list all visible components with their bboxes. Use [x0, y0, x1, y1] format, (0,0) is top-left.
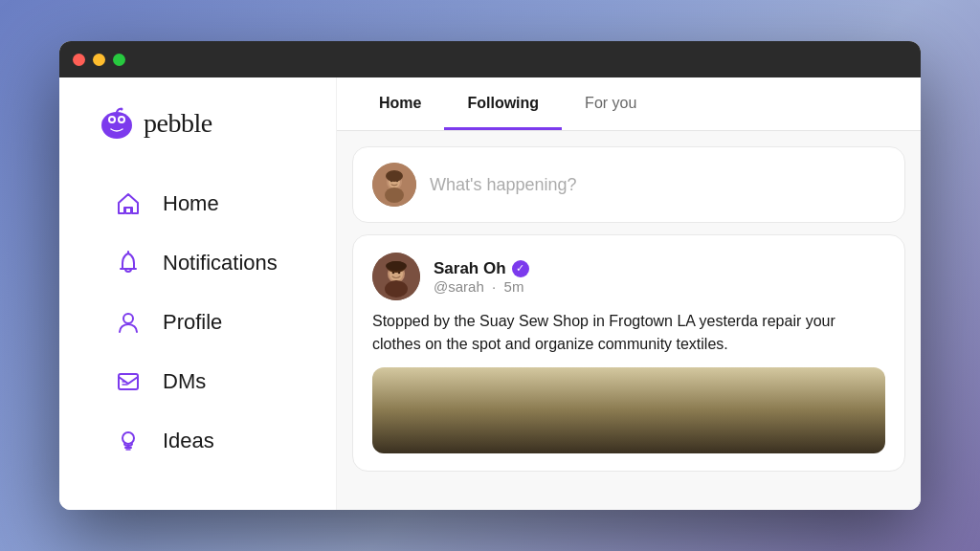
post-name-row: Sarah Oh ✓	[434, 259, 529, 278]
bell-icon	[113, 248, 144, 278]
pebble-logo-icon	[98, 104, 136, 143]
svg-rect-9	[119, 374, 138, 389]
sidebar-item-ideas[interactable]: Ideas	[98, 414, 313, 468]
mac-window: pebble Home	[59, 41, 921, 510]
tab-following[interactable]: Following	[444, 79, 562, 130]
minimize-button[interactable]	[93, 54, 105, 66]
sidebar: pebble Home	[59, 77, 337, 510]
close-button[interactable]	[73, 54, 85, 66]
feed-area: What's happening?	[337, 131, 921, 510]
logo-text: pebble	[144, 108, 212, 139]
verified-badge: ✓	[512, 260, 529, 277]
sidebar-item-home-label: Home	[163, 191, 219, 216]
sidebar-item-profile[interactable]: Profile	[98, 296, 313, 349]
tab-home[interactable]: Home	[356, 79, 444, 130]
nav-items: Home Notifications	[98, 177, 313, 468]
post-image	[372, 367, 885, 453]
post-author-name: Sarah Oh	[434, 259, 506, 278]
svg-point-4	[120, 118, 123, 121]
ideas-icon	[113, 426, 144, 456]
window-content: pebble Home	[59, 77, 921, 510]
svg-point-19	[385, 187, 404, 203]
sidebar-item-profile-label: Profile	[163, 310, 222, 335]
sidebar-item-home[interactable]: Home	[98, 177, 313, 231]
post-text: Stopped by the Suay Sew Shop in Frogtown…	[372, 310, 885, 356]
svg-point-3	[110, 118, 114, 121]
sidebar-item-notifications[interactable]: Notifications	[98, 236, 313, 290]
sidebar-item-dms-label: DMs	[163, 369, 206, 394]
post-handle: @sarah · 5m	[434, 278, 529, 295]
svg-point-0	[101, 112, 132, 139]
dm-icon	[113, 366, 144, 397]
sidebar-item-ideas-label: Ideas	[163, 429, 214, 453]
logo-area: pebble	[98, 104, 313, 143]
tabs-bar: Home Following For you	[337, 77, 921, 131]
fullscreen-button[interactable]	[113, 54, 125, 66]
profile-icon	[113, 307, 144, 338]
sidebar-item-notifications-label: Notifications	[163, 251, 278, 276]
svg-point-28	[386, 261, 407, 271]
post-item: Sarah Oh ✓ @sarah · 5m Stopped by the Su…	[352, 234, 905, 472]
svg-point-12	[122, 432, 134, 444]
post-header: Sarah Oh ✓ @sarah · 5m	[372, 253, 885, 300]
sidebar-item-dms[interactable]: DMs	[98, 355, 313, 408]
compose-box: What's happening?	[352, 146, 905, 223]
svg-point-5	[121, 108, 123, 111]
svg-point-20	[386, 170, 403, 182]
main-content: Home Following For you	[337, 77, 921, 510]
post-meta: Sarah Oh ✓ @sarah · 5m	[434, 253, 529, 300]
svg-point-8	[123, 314, 133, 323]
tab-for-you[interactable]: For you	[562, 79, 659, 130]
title-bar	[59, 41, 921, 77]
compose-avatar	[372, 163, 416, 207]
svg-point-26	[385, 280, 408, 298]
compose-placeholder[interactable]: What's happening?	[430, 175, 577, 195]
svg-rect-6	[125, 208, 131, 213]
home-icon	[113, 188, 144, 219]
post-author-avatar	[372, 253, 420, 300]
